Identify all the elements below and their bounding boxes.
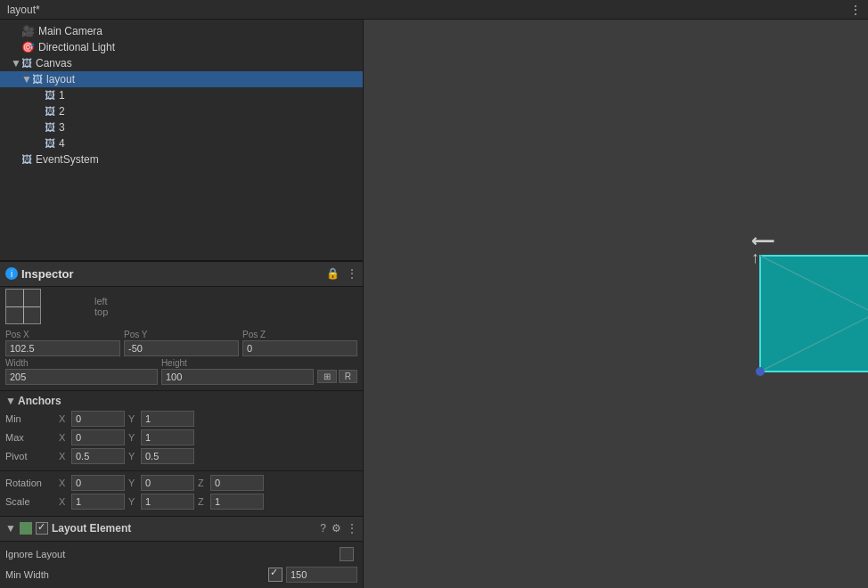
min-label: Min: [5, 413, 59, 424]
max-y-input[interactable]: [141, 429, 194, 445]
expand-arrow-icon: ▼: [11, 57, 21, 69]
pos-y-label: Pos Y: [124, 330, 239, 339]
expand-button[interactable]: ⊞: [317, 370, 337, 383]
scale-row: Scale X Y Z: [5, 494, 357, 510]
scale-x-input[interactable]: [71, 494, 125, 510]
y-axis-label: Y: [128, 451, 139, 461]
rotation-y-input[interactable]: [141, 475, 194, 491]
r-button[interactable]: R: [339, 370, 357, 383]
min-width-checkbox[interactable]: [268, 568, 283, 582]
min-y-input[interactable]: [141, 411, 194, 427]
info-icon: i: [5, 267, 18, 280]
anchors-arrow-icon: ▼: [5, 395, 14, 407]
arrow-icon: [11, 153, 21, 166]
arrow-icon: [34, 137, 45, 150]
hierarchy-label: 3: [59, 121, 65, 134]
x-axis-label: X: [59, 496, 70, 507]
pos-y-input[interactable]: [124, 340, 239, 356]
pivot-xyz-group: X Y: [59, 448, 357, 464]
anchor-dot-bl: [756, 367, 765, 376]
hierarchy-label: 1: [59, 89, 65, 102]
hierarchy-title: layout*: [7, 4, 40, 16]
max-x-input[interactable]: [71, 429, 125, 445]
anchor-widget[interactable]: [5, 289, 41, 324]
lock-icon[interactable]: 🔒: [326, 267, 340, 280]
layout-element-header-icons: ? ⚙ ⋮: [320, 522, 357, 535]
hierarchy-item-canvas[interactable]: ▼ 🖼 Canvas: [0, 55, 363, 71]
arrow-icon: [11, 25, 21, 37]
anchors-section: ▼ Anchors Min X Y: [0, 390, 363, 470]
pos-z-input[interactable]: [242, 340, 357, 356]
y-axis-label: Y: [128, 413, 139, 424]
rotation-z-input[interactable]: [210, 475, 264, 491]
layout-element-header: ▼ Layout Element ? ⚙ ⋮: [0, 517, 363, 542]
anchor-pos-label: left: [94, 296, 108, 306]
hierarchy-item-child-1[interactable]: 🖼 1: [0, 87, 363, 103]
size-buttons: ⊞ R: [317, 370, 357, 383]
collapse-arrow-icon[interactable]: ▼: [5, 522, 16, 535]
pos-x-input[interactable]: [5, 340, 120, 356]
max-label: Max: [5, 432, 59, 443]
hierarchy-item-directional-light[interactable]: 🎯 Directional Light: [0, 39, 363, 55]
rotation-x-item: X: [59, 475, 125, 491]
hierarchy-menu-icon[interactable]: ⋮: [850, 4, 861, 16]
min-width-row: Min Width: [5, 566, 357, 584]
layout-icon: 🖼: [32, 73, 43, 86]
settings-icon[interactable]: ⚙: [332, 522, 341, 535]
rotation-xyz-group: X Y Z: [59, 475, 357, 491]
pos-x-label: Pos X: [5, 330, 120, 339]
pivot-y-input[interactable]: [141, 448, 194, 464]
ignore-layout-row: Ignore Layout: [5, 545, 357, 563]
width-input[interactable]: [5, 369, 158, 385]
min-x-item: X: [59, 411, 125, 427]
layout-element-fields: Ignore Layout Min Width Min Height: [0, 542, 363, 588]
height-label: Height: [161, 358, 314, 368]
pos-y-field: Pos Y: [124, 330, 239, 356]
selected-element-box[interactable]: [760, 256, 868, 372]
min-width-input[interactable]: [286, 567, 357, 583]
scale-xyz-group: X Y Z: [59, 494, 357, 510]
height-input[interactable]: [161, 369, 314, 385]
rotation-y-item: Y: [128, 475, 194, 491]
x-axis-label: X: [59, 478, 70, 488]
hierarchy-item-child-4[interactable]: 🖼 4: [0, 135, 363, 151]
hierarchy-label: 2: [59, 105, 65, 118]
scale-z-input[interactable]: [210, 494, 264, 510]
hierarchy-item-layout[interactable]: ▼ 🖼 layout: [0, 71, 363, 87]
arrow-icon: [34, 105, 45, 118]
dots-icon[interactable]: ⋮: [347, 267, 357, 280]
z-axis-label: Z: [198, 496, 209, 507]
child-icon: 🖼: [45, 89, 55, 102]
layout-element-section: ▼ Layout Element ? ⚙ ⋮ Ignore Layout: [0, 516, 363, 588]
min-x-input[interactable]: [71, 411, 125, 427]
y-axis-label: Y: [128, 478, 139, 488]
anchor-pos-sublabel: top: [94, 306, 108, 317]
rotation-z-item: Z: [198, 475, 264, 491]
light-icon: 🎯: [21, 41, 35, 53]
svg-text:⟵: ⟵: [751, 233, 774, 250]
scale-label: Scale: [5, 496, 59, 507]
hierarchy-label: 4: [59, 137, 65, 150]
pivot-x-input[interactable]: [71, 448, 125, 464]
rotation-x-input[interactable]: [71, 475, 125, 491]
svg-text:↑: ↑: [751, 249, 759, 266]
anchors-max-row: Max X Y: [5, 429, 357, 445]
help-icon[interactable]: ?: [320, 522, 326, 535]
arrow-icon: [11, 41, 21, 53]
scale-y-input[interactable]: [141, 494, 194, 510]
hierarchy-label: Canvas: [36, 57, 72, 69]
layout-element-enabled-checkbox[interactable]: [36, 522, 48, 535]
scale-x-item: X: [59, 494, 125, 510]
hierarchy-item-child-3[interactable]: 🖼 3: [0, 119, 363, 135]
hierarchy-item-child-2[interactable]: 🖼 2: [0, 103, 363, 119]
ignore-layout-checkbox[interactable]: [340, 547, 354, 561]
hierarchy-item-main-camera[interactable]: 🎥 Main Camera: [0, 23, 363, 39]
scene-view: ⟵ ↑: [364, 20, 868, 588]
hierarchy-item-eventsystem[interactable]: 🖼 EventSystem: [0, 151, 363, 167]
rotation-section: Rotation X Y Z: [0, 470, 363, 516]
rotation-label: Rotation: [5, 478, 59, 488]
min-width-label: Min Width: [5, 569, 268, 580]
arrow-icon: [34, 89, 45, 102]
dots-menu-icon[interactable]: ⋮: [347, 522, 357, 535]
x-axis-label: X: [59, 413, 70, 424]
